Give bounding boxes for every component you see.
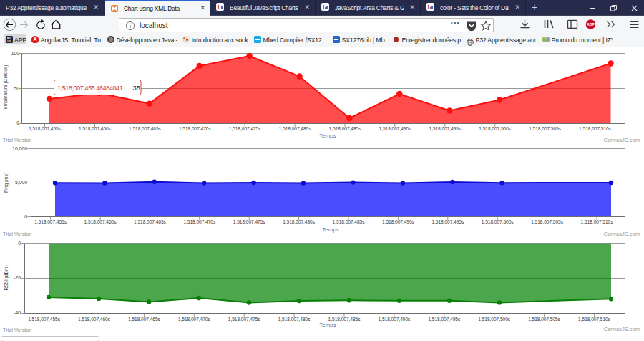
svg-text:1,518,007,495s: 1,518,007,495s xyxy=(428,317,461,322)
svg-text:1,518,007,475s: 1,518,007,475s xyxy=(233,219,266,224)
svg-text:1,518,007,500s: 1,518,007,500s xyxy=(478,317,511,322)
svg-text:1,518,007,455s: 1,518,007,455s xyxy=(28,317,61,322)
svg-text:-40: -40 xyxy=(14,310,21,315)
svg-text:Trial Version: Trial Version xyxy=(3,231,31,237)
svg-text:10,000: 10,000 xyxy=(12,146,27,151)
svg-text:1,518,007,475s: 1,518,007,475s xyxy=(228,317,261,322)
svg-text:1,518,007,495s: 1,518,007,495s xyxy=(429,126,462,131)
svg-text:Trial Version: Trial Version xyxy=(3,137,31,143)
svg-text:-20: -20 xyxy=(14,275,21,280)
svg-text:1,518,007,485s: 1,518,007,485s xyxy=(328,317,361,322)
svg-text:1,518,007,500s: 1,518,007,500s xyxy=(479,126,512,131)
svg-text:1,518,007,490s: 1,518,007,490s xyxy=(379,126,412,131)
svg-text:1,518,007,490s: 1,518,007,490s xyxy=(382,219,415,224)
svg-text:1,518,007,485s: 1,518,007,485s xyxy=(333,219,366,224)
svg-text:1,518,007,470s: 1,518,007,470s xyxy=(183,219,216,224)
svg-text:1,518,007,480s: 1,518,007,480s xyxy=(283,219,316,224)
svg-text:0: 0 xyxy=(24,214,27,219)
svg-text:1,518,007,470s: 1,518,007,470s xyxy=(178,317,211,322)
svg-text:RSSI (dBm): RSSI (dBm) xyxy=(4,265,9,290)
svg-text:1,518,007,460s: 1,518,007,460s xyxy=(78,317,111,322)
svg-text:1,518,007,510s: 1,518,007,510s xyxy=(581,219,614,224)
svg-text:Température (Celsius): Température (Celsius) xyxy=(3,65,9,112)
svg-text:1,518,007,505s: 1,518,007,505s xyxy=(528,317,561,322)
svg-text:1,518,007,455s: 1,518,007,455s xyxy=(29,126,62,131)
svg-text:35: 35 xyxy=(133,84,141,92)
svg-text:Temps: Temps xyxy=(319,133,336,139)
svg-text:Ping (ms): Ping (ms) xyxy=(4,173,9,193)
svg-text:1,518,007,495s: 1,518,007,495s xyxy=(431,219,464,224)
svg-text:1,518,007,480s: 1,518,007,480s xyxy=(279,126,312,131)
svg-text:1,518,007,490s: 1,518,007,490s xyxy=(379,317,411,322)
svg-text:1,518,007,455.46484041:: 1,518,007,455.46484041: xyxy=(57,85,124,92)
svg-text:5,000: 5,000 xyxy=(15,180,27,185)
svg-text:1,518,007,500s: 1,518,007,500s xyxy=(482,219,514,224)
svg-text:1,518,007,510s: 1,518,007,510s xyxy=(579,126,612,131)
svg-text:CanvasJS.com: CanvasJS.com xyxy=(604,231,640,237)
svg-text:0: 0 xyxy=(16,120,19,125)
svg-text:1,518,007,465s: 1,518,007,465s xyxy=(128,317,161,322)
svg-text:1,518,007,460s: 1,518,007,460s xyxy=(79,126,112,131)
svg-text:100: 100 xyxy=(11,51,20,56)
svg-text:Temps: Temps xyxy=(319,322,336,328)
svg-text:ABP: ABP xyxy=(587,22,595,27)
svg-text:1,518,007,455s: 1,518,007,455s xyxy=(34,219,67,224)
svg-text:0: 0 xyxy=(18,241,21,246)
svg-text:CanvasJS.com: CanvasJS.com xyxy=(604,137,640,143)
svg-text:1,518,007,465s: 1,518,007,465s xyxy=(129,126,162,131)
svg-text:1,518,007,505s: 1,518,007,505s xyxy=(531,219,564,224)
svg-text:Temps: Temps xyxy=(322,226,339,233)
svg-text:Trial Version: Trial Version xyxy=(3,327,31,333)
svg-text:1,518,007,470s: 1,518,007,470s xyxy=(179,126,212,131)
svg-text:1,518,007,485s: 1,518,007,485s xyxy=(329,126,362,131)
svg-text:50: 50 xyxy=(14,86,19,91)
svg-text:1,518,007,505s: 1,518,007,505s xyxy=(529,126,562,131)
svg-text:1,518,007,475s: 1,518,007,475s xyxy=(229,126,262,131)
svg-text:1,518,007,465s: 1,518,007,465s xyxy=(134,219,167,224)
svg-text:1,518,007,460s: 1,518,007,460s xyxy=(84,219,117,224)
svg-text:1,518,007,510s: 1,518,007,510s xyxy=(578,317,611,322)
svg-text:1,518,007,480s: 1,518,007,480s xyxy=(278,317,311,322)
svg-text:CanvasJS.com: CanvasJS.com xyxy=(604,326,640,332)
